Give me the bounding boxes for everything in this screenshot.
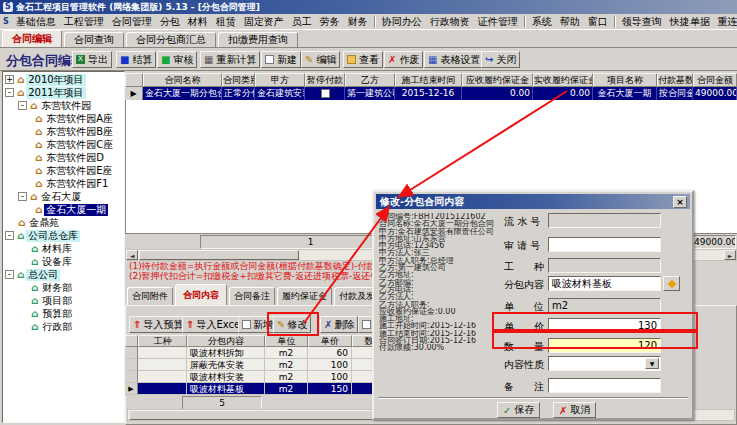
tree-item[interactable]: -⌂金石大厦 bbox=[3, 190, 124, 203]
tree-item[interactable]: ⌂东营软件园C座 bbox=[3, 138, 124, 151]
table-row-cell[interactable]: 0.00 bbox=[462, 87, 533, 100]
tab-performance-bond[interactable]: 履约保证金 bbox=[277, 287, 332, 305]
menu-item[interactable]: 窗口 bbox=[584, 15, 612, 29]
pause-payment-checkbox[interactable] bbox=[321, 89, 330, 98]
menu-item[interactable]: 重连网络 bbox=[714, 15, 737, 29]
tab-contract-attachment[interactable]: 合同附件 bbox=[127, 287, 173, 305]
request-no-input[interactable] bbox=[548, 237, 661, 252]
cancel-button[interactable]: ✗取消 bbox=[553, 402, 596, 418]
table-row-cell[interactable]: 49000.00 bbox=[693, 87, 737, 100]
browse-button[interactable] bbox=[663, 276, 680, 291]
table-row-cell-selected[interactable]: m2 bbox=[265, 383, 308, 395]
table-row-cell[interactable] bbox=[138, 359, 187, 371]
tree-item[interactable]: ⌂行政部 bbox=[3, 320, 124, 333]
table-row-cell[interactable] bbox=[138, 371, 187, 383]
menu-item[interactable]: 快捷单据 bbox=[666, 15, 714, 29]
table-row-cell-selected[interactable]: 150 bbox=[308, 383, 352, 395]
menu-item[interactable]: 租赁 bbox=[212, 15, 240, 29]
tree-item[interactable]: ⌂项目部 bbox=[3, 294, 124, 307]
table-row-cell[interactable] bbox=[138, 347, 187, 359]
chevron-down-icon[interactable]: ▼ bbox=[645, 358, 659, 369]
settle-button[interactable]: ■结算 bbox=[116, 51, 156, 68]
menu-item[interactable]: 劳务 bbox=[316, 15, 344, 29]
column-header[interactable]: 付款基数 bbox=[657, 73, 693, 87]
table-row-cell[interactable]: m2 bbox=[265, 371, 308, 383]
close-button[interactable]: ↪关闭 bbox=[481, 51, 520, 68]
export-button[interactable]: X导出 bbox=[72, 51, 112, 68]
table-row-cell[interactable]: 0.00 bbox=[533, 87, 593, 100]
import-budget-button[interactable]: ⇑导入预算 bbox=[129, 316, 187, 333]
column-header[interactable]: 单位 bbox=[265, 335, 308, 347]
menu-item[interactable]: 帮助 bbox=[556, 15, 584, 29]
column-header[interactable]: 应收履约保证金 bbox=[462, 73, 533, 87]
column-header[interactable]: 甲方 bbox=[255, 73, 305, 87]
table-row-cell[interactable]: 吸波材料安装 bbox=[187, 371, 265, 383]
table-row-cell-selected[interactable]: 吸波材料基板 bbox=[187, 383, 265, 395]
tree-item[interactable]: -⌂2011年项目 bbox=[3, 86, 124, 99]
table-row-cell[interactable]: 金石大厦一期 bbox=[593, 87, 657, 100]
dialog-close-icon[interactable]: × bbox=[673, 196, 687, 208]
edit-button[interactable]: ✎编辑 bbox=[301, 51, 340, 68]
save-button[interactable]: ✓保存 bbox=[497, 402, 540, 418]
tree-item-selected[interactable]: ⌂金石大厦一期 bbox=[3, 203, 124, 216]
menu-item[interactable]: 领导查询 bbox=[618, 15, 666, 29]
unit-input[interactable]: m2 bbox=[548, 298, 661, 313]
menu-item[interactable]: 基础信息 bbox=[12, 15, 60, 29]
work-type-input[interactable] bbox=[548, 258, 661, 273]
void-button[interactable]: ✗作废 bbox=[384, 51, 423, 68]
table-row-cell[interactable]: 2015-12-16 bbox=[395, 87, 462, 100]
column-header[interactable]: 暂停付款 bbox=[305, 73, 345, 87]
table-row-cell[interactable]: 正常分包 bbox=[222, 87, 255, 100]
tree-item[interactable]: ⌂东营软件园A座 bbox=[3, 112, 124, 125]
tree-item[interactable]: -⌂东营软件园 bbox=[3, 99, 124, 112]
menu-item[interactable]: 证件管理 bbox=[474, 15, 522, 29]
column-header[interactable] bbox=[125, 335, 138, 347]
table-row-cell[interactable]: 按合同金额 bbox=[657, 87, 693, 100]
scroll-left-icon[interactable]: ◄ bbox=[126, 250, 138, 260]
table-row-cell[interactable]: 吸波材料拆卸 bbox=[187, 347, 265, 359]
serial-input[interactable] bbox=[548, 213, 661, 228]
tree-item[interactable]: ⌂东营软件园F1 bbox=[3, 177, 124, 190]
tab-subcontractor-summary[interactable]: 合同分包商汇总 bbox=[126, 32, 216, 47]
column-header[interactable]: 合同名称 bbox=[143, 73, 222, 87]
tree-item[interactable]: ⌂金鼎苑 bbox=[3, 216, 124, 229]
nature-select[interactable]: ▼ bbox=[548, 356, 661, 371]
table-row-cell[interactable]: m2 bbox=[265, 359, 308, 371]
menu-item[interactable]: 系统 bbox=[528, 15, 556, 29]
tab-contract-content[interactable]: 合同内容 bbox=[175, 284, 227, 305]
expander-icon[interactable]: - bbox=[5, 270, 14, 279]
table-settings-button[interactable]: ▦表格设置 bbox=[424, 51, 484, 68]
delete-row-button[interactable]: ✗删除 bbox=[320, 316, 358, 333]
table-row-cell[interactable]: 第一建筑公司 bbox=[345, 87, 395, 100]
tab-contract-edit[interactable]: 合同编辑 bbox=[2, 30, 62, 47]
menu-item[interactable]: 财务 bbox=[344, 15, 372, 29]
view-button[interactable]: 查看 bbox=[343, 51, 383, 68]
expander-icon[interactable]: + bbox=[5, 75, 14, 84]
tree-item[interactable]: -⌂公司总仓库 bbox=[3, 229, 124, 242]
menu-item[interactable]: 分包 bbox=[156, 15, 184, 29]
tree-item[interactable]: ⌂设备库 bbox=[3, 255, 124, 268]
menu-item[interactable]: 行政物资 bbox=[426, 15, 474, 29]
table-row-cell-selected[interactable] bbox=[138, 383, 187, 395]
column-header[interactable]: 工种 bbox=[138, 335, 187, 347]
menu-item[interactable]: 固定资产 bbox=[240, 15, 288, 29]
tree-item[interactable]: +⌂2010年项目 bbox=[3, 73, 124, 86]
tree-item[interactable]: ⌂东营软件园E座 bbox=[3, 164, 124, 177]
audit-button[interactable]: ■审核 bbox=[157, 51, 197, 68]
column-header[interactable]: 分包内容 bbox=[187, 335, 265, 347]
tab-contract-remark[interactable]: 合同备注 bbox=[229, 287, 275, 305]
tree-item[interactable]: ⌂东营软件园B座 bbox=[3, 125, 124, 138]
scrollbar-thumb[interactable] bbox=[139, 250, 299, 260]
tree-item[interactable]: ⌂东营软件园D bbox=[3, 151, 124, 164]
column-header[interactable]: 合同类别 bbox=[222, 73, 255, 87]
content-input[interactable]: 吸波材料基板 bbox=[548, 276, 661, 291]
price-input[interactable]: 130 bbox=[548, 318, 661, 333]
menu-item[interactable]: 员工 bbox=[288, 15, 316, 29]
table-row-cell[interactable]: 100 bbox=[308, 359, 352, 371]
remark-input[interactable] bbox=[548, 378, 661, 393]
tree-item[interactable]: ⌂材料库 bbox=[3, 242, 124, 255]
column-header[interactable]: 施工结束时间 bbox=[395, 73, 462, 87]
expander-icon[interactable]: - bbox=[18, 192, 27, 201]
modify-row-button[interactable]: ✎修改 bbox=[273, 316, 311, 333]
expander-icon[interactable]: - bbox=[18, 101, 27, 110]
